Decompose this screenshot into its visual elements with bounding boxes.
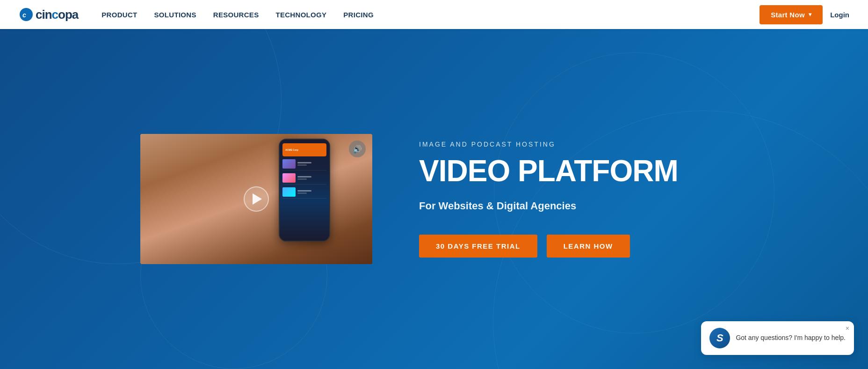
- trial-button[interactable]: 30 DAYS FREE TRIAL: [419, 235, 537, 258]
- logo-text: cincopa: [36, 7, 78, 22]
- start-now-button[interactable]: Start Now ▾: [760, 5, 823, 24]
- chat-widget: × S Got any questions? I'm happy to help…: [701, 321, 854, 355]
- learn-how-button[interactable]: LEARN HOW: [547, 235, 630, 258]
- nav-links: PRODUCT SOLUTIONS RESOURCES TECHNOLOGY P…: [101, 11, 760, 19]
- sound-icon: 🔊: [353, 145, 362, 154]
- chat-message: Got any questions? I'm happy to help.: [736, 333, 846, 343]
- video-background: ACME Corp: [140, 134, 372, 264]
- phone-line: [297, 176, 311, 177]
- phone-thumb-3: [282, 187, 296, 197]
- phone-item-2: [282, 172, 326, 184]
- phone-header: ACME Corp: [282, 143, 326, 156]
- phone-mockup: ACME Corp: [279, 139, 330, 242]
- nav-pricing[interactable]: PRICING: [343, 11, 374, 19]
- phone-item-text-2: [297, 176, 311, 180]
- play-triangle-icon: [253, 193, 262, 205]
- hero-description: For Websites & Digital Agencies: [419, 200, 784, 212]
- nav-right: Start Now ▾ Login: [760, 5, 849, 24]
- chat-icon-letter: S: [716, 332, 723, 344]
- nav-solutions[interactable]: SOLUTIONS: [154, 11, 196, 19]
- svg-text:c: c: [22, 11, 26, 19]
- hero-video[interactable]: ACME Corp: [140, 134, 372, 264]
- hero-title: VIDEO PLATFORM: [419, 155, 784, 187]
- hero-text-block: IMAGE AND PODCAST HOSTING VIDEO PLATFORM…: [419, 140, 784, 258]
- phone-item-1: [282, 158, 326, 170]
- phone-line: [297, 162, 311, 163]
- phone-line: [297, 192, 307, 194]
- logo[interactable]: c cincopa: [19, 7, 78, 22]
- phone-item-text-3: [297, 190, 311, 194]
- phone-header-text: ACME Corp: [285, 148, 298, 151]
- cincopa-logo-icon: c: [19, 7, 34, 22]
- phone-line: [297, 164, 307, 166]
- hero-buttons: 30 DAYS FREE TRIAL LEARN HOW: [419, 235, 784, 258]
- phone-screen: ACME Corp: [280, 140, 329, 241]
- video-play-button[interactable]: [244, 186, 269, 212]
- nav-product[interactable]: PRODUCT: [101, 11, 137, 19]
- chat-icon: S: [709, 328, 730, 348]
- hero-subtitle: IMAGE AND PODCAST HOSTING: [419, 140, 784, 148]
- phone-item-3: [282, 186, 326, 199]
- nav-technology[interactable]: TECHNOLOGY: [275, 11, 326, 19]
- phone-thumb-1: [282, 159, 296, 169]
- nav-resources[interactable]: RESOURCES: [213, 11, 259, 19]
- chevron-down-icon: ▾: [809, 11, 811, 18]
- svg-point-0: [20, 8, 33, 21]
- chat-close-button[interactable]: ×: [846, 325, 849, 332]
- navbar: c cincopa PRODUCT SOLUTIONS RESOURCES TE…: [0, 0, 868, 29]
- video-sound-button[interactable]: 🔊: [349, 140, 366, 157]
- hero-content: ACME Corp: [0, 106, 868, 292]
- login-button[interactable]: Login: [830, 11, 849, 19]
- phone-line: [297, 178, 307, 180]
- phone-item-text-1: [297, 162, 311, 166]
- chat-bubble: × S Got any questions? I'm happy to help…: [701, 321, 854, 355]
- phone-thumb-2: [282, 173, 296, 183]
- start-now-label: Start Now: [771, 11, 805, 19]
- phone-line: [297, 190, 311, 192]
- hero-section: ACME Corp: [0, 29, 868, 369]
